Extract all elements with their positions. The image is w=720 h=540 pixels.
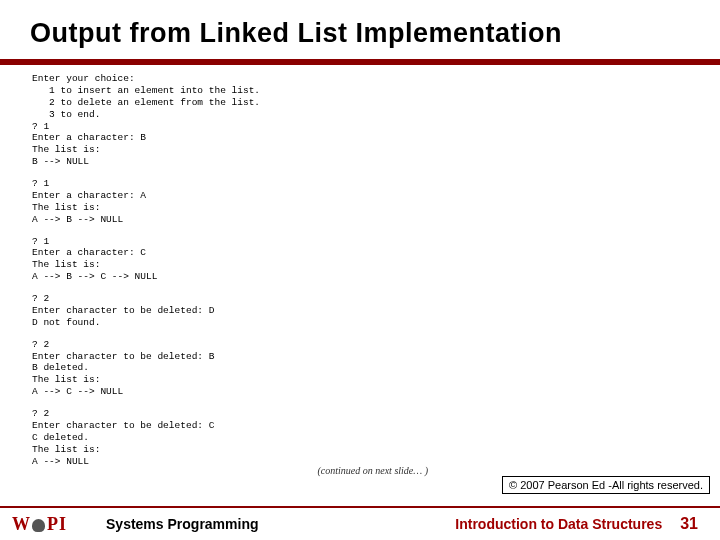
slide-title: Output from Linked List Implementation	[30, 18, 690, 49]
output-deleteD: ? 2 Enter character to be deleted: D D n…	[32, 293, 688, 329]
output-insertC: ? 1 Enter a character: C The list is: A …	[32, 236, 688, 284]
output-deleteB: ? 2 Enter character to be deleted: B B d…	[32, 339, 688, 398]
logo-p: P	[47, 515, 58, 533]
logo-i: I	[59, 515, 66, 533]
wpi-logo: W P I	[12, 515, 66, 533]
copyright-box: © 2007 Pearson Ed -All rights reserved.	[502, 476, 710, 494]
continued-label: (continued on next slide… )	[32, 465, 688, 476]
output-insertA: ? 1 Enter a character: A The list is: A …	[32, 178, 688, 226]
title-block: Output from Linked List Implementation	[0, 0, 720, 59]
footer-course: Systems Programming	[106, 516, 259, 532]
page-number: 31	[680, 515, 698, 533]
output-menu-insertB: Enter your choice: 1 to insert an elemen…	[32, 73, 688, 168]
footer-right: Introduction to Data Structures 31	[455, 515, 698, 533]
logo-head-icon	[32, 519, 45, 532]
output-deleteC: ? 2 Enter character to be deleted: C C d…	[32, 408, 688, 467]
content-area: Enter your choice: 1 to insert an elemen…	[0, 65, 720, 476]
footer-bar: W P I Systems Programming Introduction t…	[0, 506, 720, 540]
footer-topic: Introduction to Data Structures	[455, 516, 662, 532]
logo-w: W	[12, 515, 30, 533]
